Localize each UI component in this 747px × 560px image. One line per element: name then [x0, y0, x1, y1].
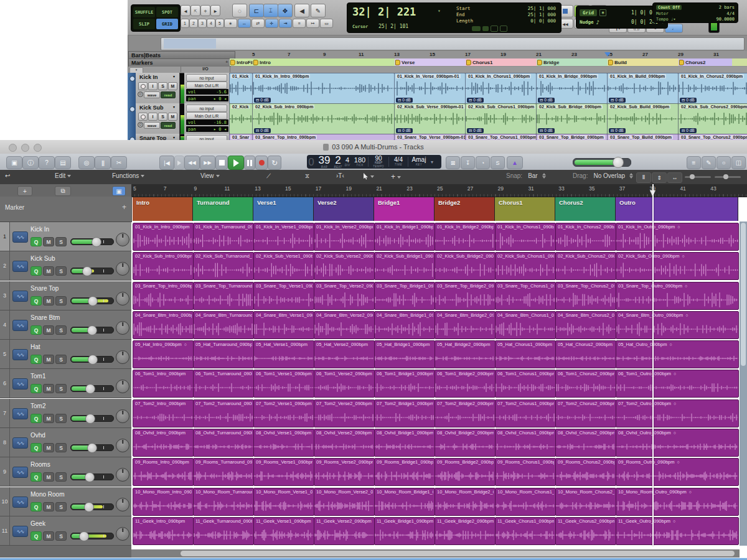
region[interactable]: 08_Ovhd_Verse1_090bpm [253, 429, 314, 457]
clip-gain-badge[interactable]: ⊟ 0 dB [538, 128, 555, 133]
track-header-snare-btm[interactable]: 4∿∿Snare BtmQMS [0, 310, 131, 340]
pt-region[interactable]: ⊟ 0 dB01_Kick_In_Bridge_090bpm [536, 73, 608, 104]
meter-label[interactable]: Meter [656, 11, 669, 16]
cycle-button[interactable]: ↻ [268, 156, 281, 170]
volume-fader[interactable] [70, 444, 114, 451]
pt-region[interactable]: 03_Snare_Top_Intro_090bpm [252, 134, 395, 140]
media-button[interactable]: ▤ [55, 156, 71, 169]
marker-bridge1[interactable]: Bridge1 [374, 197, 435, 221]
pt-marker-Verse[interactable]: Verse [395, 58, 466, 66]
region[interactable]: 10_Mono_Room_Chorus1_090bpm [495, 488, 556, 516]
automation-button[interactable]: ⟋ [266, 172, 271, 180]
pt-region[interactable]: 03_Snare_Top_Chorus1_090bpm [465, 134, 537, 140]
length-value[interactable]: 0| 0| 000 [530, 18, 556, 24]
mode-shuffle-button[interactable]: SHUFFLE [133, 7, 155, 17]
marker-chorus2[interactable]: Chorus2 [555, 197, 616, 221]
volume-fader[interactable] [70, 415, 114, 422]
pt-marker-next[interactable] [732, 58, 747, 66]
zoom-arrow-button-3[interactable]: ▶ [210, 5, 220, 16]
region[interactable]: 01_Kick_In_Bridge1_090bpm [374, 223, 435, 251]
solo-off-button[interactable]: S [491, 156, 505, 169]
pt-region[interactable]: ⊟ 0 dB01_Kick_In_Chorus1_090bpm [465, 73, 537, 104]
wave-view-button[interactable]: wave [144, 91, 160, 98]
region[interactable]: 01_Kick_In_Chorus2_090bpm [555, 223, 616, 251]
clip-gain-badge[interactable]: ⊟ 0 dB [538, 98, 555, 103]
region[interactable]: 05_Hat_Outro_090bpm○ [616, 340, 739, 368]
input-selector[interactable]: no input [186, 105, 227, 112]
region[interactable]: 03_Snare_Top_Chorus1_090bpm [495, 282, 556, 310]
clip-gain-badge[interactable]: ⊟ 0 dB [680, 128, 697, 133]
horizontal-scroll-thumb[interactable] [181, 551, 735, 556]
waveform-zoom-button[interactable]: ⦀ [636, 172, 651, 183]
mode-slip-button[interactable]: SLIP [133, 19, 155, 29]
pt-region[interactable]: 03_Snare_Top_Build_090bpm [607, 134, 679, 140]
transport-mini-icon2[interactable] [500, 26, 507, 32]
region[interactable]: 03_Snare_Top_Verse1_090bpm [253, 282, 314, 310]
solo-button[interactable]: S [158, 82, 167, 90]
trim-tool-button[interactable]: ⊏ [249, 4, 264, 17]
pan-knob[interactable] [116, 292, 129, 306]
punch-button[interactable]: ⊠ [446, 156, 460, 169]
region[interactable]: 03_Snare_Top_Verse2_090bpm [314, 282, 375, 310]
rewind-button[interactable]: ◀◀ [184, 156, 200, 170]
region[interactable]: 05_Hat_Turnaround_090bpm [193, 340, 254, 368]
region[interactable]: 03_Snare_Top_Chorus2_090bpm [555, 282, 616, 310]
volume-fader[interactable] [70, 297, 114, 304]
add-track-button[interactable]: + [17, 186, 32, 196]
region[interactable]: 05_Hat_Bridge2_090bpm [435, 340, 496, 368]
region[interactable]: 05_Hat_Chorus1_090bpm [495, 340, 556, 368]
zoom-preset-button-1[interactable]: 1 [181, 19, 189, 28]
region[interactable]: 02_Kick_Sub_Bridge2_090bpm [435, 252, 496, 280]
library-toggle-button[interactable]: ▣ [112, 186, 126, 196]
marker-intro[interactable]: Intro [133, 197, 193, 221]
grid-label[interactable]: Grid [580, 9, 597, 16]
record-button[interactable] [255, 156, 268, 170]
selector-tool-button[interactable]: ⌶ [263, 4, 278, 17]
region[interactable]: 03_Snare_Top_Intro_090bpm [133, 282, 194, 310]
mode-spot-button[interactable]: SPOT [156, 7, 178, 17]
pt-region[interactable]: 03_Snar [229, 134, 253, 140]
region[interactable]: 07_Tom2_Verse1_090bpm [253, 399, 314, 427]
region[interactable]: 02_Kick_Sub_Intro_090bpm [133, 252, 194, 280]
volume-fader[interactable] [70, 474, 114, 480]
region[interactable]: 11_Geek_Verse1_090bpm [253, 517, 314, 545]
solo-button[interactable]: S [55, 531, 67, 541]
pt-marker-Intro[interactable]: Intro [253, 58, 395, 66]
pan-knob[interactable] [116, 498, 129, 511]
region[interactable]: 02_Kick_Sub_Verse2_090bpm [314, 252, 375, 280]
countoff-label[interactable]: Count Off [656, 5, 682, 10]
clip-gain-badge[interactable]: ⊟ 0 dB [467, 128, 484, 133]
transport-mini-icon[interactable] [491, 26, 498, 32]
region[interactable]: 04_Snare_Btm_Bridge2_090bpm [435, 311, 496, 339]
flex-button[interactable]: ⧖ [305, 172, 309, 180]
zoom-preset-button-5[interactable]: 5 [215, 19, 224, 28]
horizontal-zoom-slider[interactable] [715, 176, 741, 178]
region[interactable]: 06_Tom1_Bridge1_090bpm [374, 370, 435, 398]
pt-playhead-marker[interactable] [604, 52, 611, 57]
quantize-button[interactable]: Q [31, 443, 42, 452]
input-button[interactable]: I [148, 113, 157, 121]
region[interactable]: 02_Kick_Sub_Chorus1_090bpm [495, 252, 556, 280]
region[interactable]: 01_Kick_In_Bridge2_090bpm [435, 223, 496, 251]
zoom-arrow-button-0[interactable]: ◀ [181, 5, 190, 16]
apple-loops-button[interactable]: ○ [716, 156, 731, 169]
track-header-mono-room[interactable]: 10∿∿Mono RoomQMS [0, 487, 131, 516]
region[interactable]: 04_Snare_Btm_Verse2_090bpm [314, 311, 375, 339]
track-header-geek[interactable]: 11∿∿GeekQMS [0, 516, 131, 546]
quantize-button[interactable]: Q [31, 266, 42, 276]
zoom-preset-button-2[interactable]: 2 [189, 19, 198, 28]
region[interactable]: 10_Mono_Room_Bridge1_090bpm [374, 488, 435, 516]
marker-outro[interactable]: Outro [616, 197, 738, 221]
marker-verse1[interactable]: Verse1 [253, 197, 314, 221]
region[interactable]: 03_Snare_Top_Turnaround_090bpm [193, 282, 254, 310]
quantize-button[interactable]: Q [31, 325, 42, 335]
lcd-dropdown-icon[interactable]: ▾ [431, 159, 433, 165]
zoom-toggle-toggle[interactable]: ⇥ [279, 19, 292, 28]
region[interactable]: 08_Ovhd_Chorus1_090bpm [495, 429, 556, 457]
quantize-button[interactable]: Q [31, 296, 42, 306]
region[interactable]: 03_Snare_Top_Bridge2_090bpm [435, 282, 496, 310]
output-selector[interactable]: Main Out L/R [186, 82, 227, 89]
mute-button[interactable]: M [168, 113, 177, 121]
insertion-follow-toggle[interactable]: ✛ [265, 19, 278, 28]
region[interactable]: 08_Ovhd_Bridge1_090bpm [374, 429, 435, 457]
